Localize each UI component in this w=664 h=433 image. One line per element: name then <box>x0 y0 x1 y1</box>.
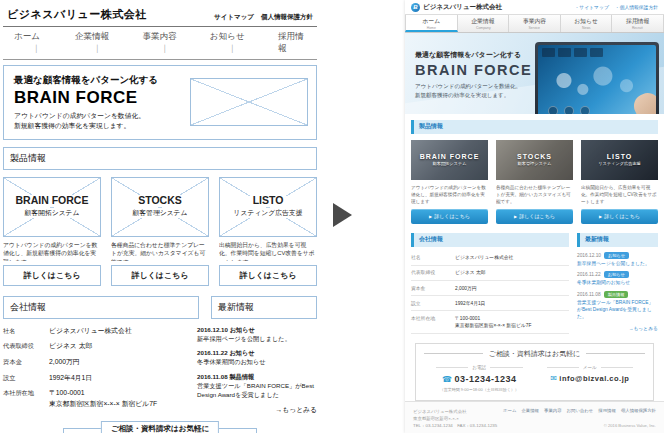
table-row: 設立 1992年4月1日 <box>3 373 185 383</box>
nav-tab-service[interactable]: 事業内容Service <box>509 15 561 32</box>
hero-catchcopy: 最適な顧客情報をパターン化する <box>415 50 532 60</box>
news-date: 2016.11.22 <box>577 272 601 277</box>
table-row: 本社所在地 〒100-0001 東京都新宿区新宿×-×-× 新宿ビル7F <box>3 388 185 408</box>
product-list: BRAIN FORCE 顧客開拓システム アウトバウンドの成約パターンを数値化し… <box>411 140 658 224</box>
nav-item-news[interactable]: お知らせ <box>201 31 269 55</box>
details-button[interactable]: 詳しくはこちら <box>111 265 209 286</box>
news-date: 2016.12.10 <box>577 253 601 258</box>
row-label: 本社所在地 <box>3 388 49 408</box>
footer-nav-home[interactable]: ホーム <box>503 408 516 413</box>
details-button[interactable]: 詳しくはこちら <box>219 265 317 286</box>
row-value: 1992年4月1日 <box>49 373 185 383</box>
nav-item-recruit[interactable]: 採用情報 <box>269 31 315 55</box>
dashboard-screen <box>538 45 656 114</box>
details-button[interactable]: ▶詳しくはこちら <box>581 209 658 224</box>
design-footer: ビジネスバリュー株式会社 東京都新宿区新宿×-×-× TEL：03-1234-1… <box>405 401 664 433</box>
pointing-finger-image <box>630 89 656 114</box>
sitemap-link[interactable]: サイトマップ <box>214 13 254 22</box>
product-photo: BRAIN FORCE 顧客開拓システム <box>411 140 488 180</box>
nav-tab-recruit[interactable]: 採用情報Recruit <box>612 15 664 32</box>
footer-nav-contact[interactable]: お問い合わせ <box>567 408 594 413</box>
more-link[interactable]: →もっとみる <box>577 325 658 331</box>
logo[interactable]: B ビジネスバリュー株式会社 <box>411 3 502 12</box>
footer-nav-recruit[interactable]: 採用情報 <box>598 408 616 413</box>
details-button[interactable]: ▶詳しくはこちら <box>411 209 488 224</box>
news-item: 2016.11.08 製品情報 営業支援ツール「BRAIN FORCE」がBes… <box>197 373 317 399</box>
news-item: 2016.11.22お知らせ 冬季休業期間のお知らせ <box>577 271 658 286</box>
news-link[interactable]: 新卒採用ページを公開しました。 <box>197 335 317 344</box>
news-link[interactable]: 新卒採用ページを公開しました。 <box>577 260 658 267</box>
product-card: BRAIN FORCE 顧客開拓システム アウトバウンドの成約パターンを数値化し… <box>3 177 101 286</box>
privacy-policy-link[interactable]: ・個人情報保護方針 <box>615 4 658 10</box>
news-list: 2016.12.10お知らせ 新卒採用ページを公開しました。 2016.11.2… <box>577 252 658 331</box>
hero-title: BRAIN FORCE <box>415 62 532 78</box>
news-link[interactable]: 冬季休業期間のお知らせ <box>577 279 658 286</box>
nav-tab-home[interactable]: ホームHome <box>405 15 458 32</box>
product-name: STOCKS <box>135 195 185 207</box>
wireframe-hero: 最適な顧客情報をパターン化する BRAIN FORCE アウトバウンドの成約パタ… <box>3 65 317 140</box>
nav-tab-company[interactable]: 企業情報Company <box>458 15 510 32</box>
news-list: 2016.12.10 お知らせ 新卒採用ページを公開しました。 2016.11.… <box>197 326 317 416</box>
footer-nav-service[interactable]: 事業内容 <box>544 408 562 413</box>
product-card: LISTO リスティング広告支援 出稿開始日から、広告効果を可視化。作業時間を短… <box>581 140 658 224</box>
footer-nav-company[interactable]: 企業情報 <box>521 408 539 413</box>
nav-item-company[interactable]: 企業情報 <box>66 31 134 55</box>
nav-item-service[interactable]: 事業内容 <box>133 31 201 55</box>
product-name: BRAIN FORCE <box>420 153 480 160</box>
design-global-nav: ホームHome 企業情報Company 事業内容Service お知らせNews… <box>405 14 664 33</box>
sitemap-link[interactable]: ・サイトマップ <box>575 4 609 10</box>
details-button[interactable]: 詳しくはこちら <box>3 265 101 286</box>
row-value: ビジネス 太郎 <box>49 341 185 351</box>
wireframe-global-nav: ホーム 企業情報 事業内容 お知らせ 採用情報 <box>3 27 317 60</box>
product-photo: STOCKS 顧客管理システム <box>496 140 573 180</box>
design-page: B ビジネスバリュー株式会社 ・サイトマップ ・個人情報保護方針 ホームHome… <box>405 0 664 433</box>
logo-icon: B <box>411 3 420 12</box>
news-category-badge: お知らせ <box>604 271 629 278</box>
product-card: LISTO リスティング広告支援 出稿開始日から、広告効果を可視化。作業時間を短… <box>219 177 317 286</box>
footer-nav-privacy[interactable]: 個人情報保護方針 <box>621 408 656 413</box>
utility-links: ・サイトマップ ・個人情報保護方針 <box>575 4 658 10</box>
company-news-columns: 社名 ビジネスバリュー株式会社 代表取締役 ビジネス 太郎 資本金 2,000万… <box>3 326 317 416</box>
row-label: 社名 <box>3 326 49 336</box>
product-name: LISTO <box>250 195 287 207</box>
wireframe-header: ビジネスバリュー株式会社 サイトマップ 個人情報保護方針 <box>3 2 317 27</box>
company-info-table: 社名 ビジネスバリュー株式会社 代表取締役 ビジネス 太郎 資本金 2,000万… <box>3 326 185 416</box>
hero-monitor-image <box>535 42 659 114</box>
arrow-right-icon: ▶ <box>514 214 517 219</box>
mail-label: メール <box>547 365 634 370</box>
product-description: 出稿開始日から、広告効果を可視化。作業時間を短縮しCV改善をサポートします <box>581 184 658 206</box>
product-photo: LISTO リスティング広告支援 <box>581 140 658 180</box>
phone-number: ☎03-1234-1234 <box>424 374 535 384</box>
news-link[interactable]: 冬季休業期間のお知らせ <box>197 358 317 367</box>
nav-tab-news[interactable]: お知らせNews <box>561 15 613 32</box>
news-date-category: 2016.11.08 製品情報 <box>197 373 317 382</box>
arrow-right-icon: ▶ <box>599 214 602 219</box>
more-link[interactable]: →もっとみる <box>197 405 317 415</box>
image-placeholder <box>190 78 308 126</box>
privacy-policy-link[interactable]: 個人情報保護方針 <box>261 13 313 22</box>
news-item: 2016.11.22 お知らせ 冬季休業期間のお知らせ <box>197 349 317 367</box>
dashboard-dots <box>548 106 590 114</box>
details-button[interactable]: ▶詳しくはこちら <box>496 209 573 224</box>
news-link[interactable]: 営業支援ツール「BRAIN FORCE」がBest Design Awardを受… <box>577 299 658 321</box>
site-title: ビジネスバリュー株式会社 <box>7 7 147 22</box>
row-value: 2,000万円 <box>49 357 185 367</box>
mail-address-link[interactable]: ✉info@bizval.co.jp <box>535 374 646 383</box>
section-title-news: 最新情報 <box>577 233 658 247</box>
contact-mail-block: メール ✉info@bizval.co.jp <box>535 365 646 392</box>
news-item: 2016.12.10 お知らせ 新卒採用ページを公開しました。 <box>197 326 317 344</box>
product-name: STOCKS <box>517 153 552 160</box>
table-row: 代表取締役 ビジネス 太郎 <box>3 341 185 351</box>
company-news-columns: 会社情報 社名ビジネスバリュー株式会社 代表取締役ビジネス 太郎 資本金2,00… <box>411 233 658 334</box>
nav-item-home[interactable]: ホーム <box>5 31 66 55</box>
product-list: BRAIN FORCE 顧客開拓システム アウトバウンドの成約パターンを数値化し… <box>3 177 317 286</box>
footer-nav: ホーム 企業情報 事業内容 お問い合わせ 採用情報 個人情報保護方針 <box>503 408 656 413</box>
hero-description: アウトバウンドの成約パターンを数値化。 新規顧客獲得の効率化を実現します。 <box>415 82 532 99</box>
news-link[interactable]: 営業支援ツール「BRAIN FORCE」がBest Design Awardを受… <box>197 382 317 399</box>
news-item: 2016.11.08製品情報 営業支援ツール「BRAIN FORCE」がBest… <box>577 291 658 321</box>
transform-arrow-icon <box>333 203 352 227</box>
row-value: ビジネスバリュー株式会社 <box>49 326 185 336</box>
news-category-badge: お知らせ <box>604 252 629 259</box>
utility-links: サイトマップ 個人情報保護方針 <box>214 13 313 22</box>
copyright: © 2016 Business Value, Inc. <box>503 423 656 428</box>
